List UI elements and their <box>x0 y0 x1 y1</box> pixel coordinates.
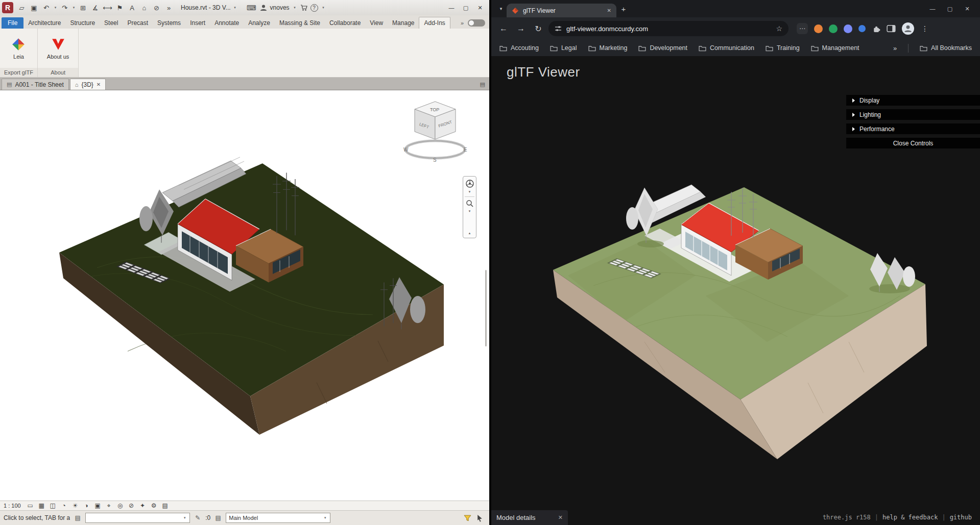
undo-dropdown-icon[interactable]: ▾ <box>53 6 58 10</box>
worksets-dialog-icon[interactable]: ▤ <box>74 514 82 521</box>
new-tab-button[interactable]: + <box>616 5 631 13</box>
bookmark-folder-communication[interactable]: Communication <box>699 44 754 52</box>
aligned-dimension-icon[interactable]: ⟷ <box>102 3 113 13</box>
address-bar[interactable]: gltf-viewer.donmccurdy.com ☆ <box>548 21 788 36</box>
close-view-icon[interactable]: ✕ <box>97 82 101 87</box>
design-options-icon[interactable]: ▤ <box>214 514 222 521</box>
maximize-button[interactable]: ▢ <box>941 1 959 16</box>
view-list-icon[interactable]: ▤ <box>480 81 489 90</box>
active-workset-select[interactable]: ▾ <box>85 513 190 523</box>
minimize-button[interactable]: — <box>444 2 459 14</box>
tab-massing-site[interactable]: Massing & Site <box>275 17 325 29</box>
side-panel-icon[interactable] <box>887 24 896 33</box>
qat-overflow-icon[interactable]: » <box>163 3 174 13</box>
tab-file[interactable]: File <box>2 17 23 29</box>
reload-icon[interactable]: ↻ <box>531 21 545 36</box>
tab-collaborate[interactable]: Collaborate <box>325 17 365 29</box>
undo-icon[interactable]: ↶ <box>41 3 52 13</box>
save-icon[interactable]: ▣ <box>29 3 39 13</box>
tab-manage[interactable]: Manage <box>388 17 419 29</box>
revit-logo-icon[interactable]: R <box>2 2 13 13</box>
bookmark-folder-management[interactable]: Management <box>811 44 859 52</box>
tag-icon[interactable]: ⚑ <box>114 3 125 13</box>
default-3d-view-icon[interactable]: ⌂ <box>139 3 150 13</box>
redo-icon[interactable]: ↷ <box>59 3 70 13</box>
model-details-bar[interactable]: Model details ✕ <box>491 510 568 525</box>
navbar-collapse-icon[interactable]: ▴ <box>469 231 471 235</box>
visual-style-icon[interactable]: ▦ <box>38 502 45 509</box>
title-dropdown-icon[interactable]: ▾ <box>233 6 237 10</box>
store-cart-icon[interactable] <box>300 4 307 11</box>
zoom-dropdown-icon[interactable]: ▾ <box>469 209 471 213</box>
lock-view-icon[interactable]: ⌖ <box>105 502 113 509</box>
pinned-extension-4-icon[interactable] <box>858 25 866 32</box>
model-details-close-icon[interactable]: ✕ <box>558 514 563 521</box>
chrome-menu-icon[interactable]: ⋮ <box>920 24 929 33</box>
user-dropdown-icon[interactable]: ▾ <box>293 6 297 10</box>
tab-close-icon[interactable]: ✕ <box>607 8 611 13</box>
pinned-extension-2-icon[interactable] <box>829 24 838 33</box>
revit-viewport[interactable]: W S E TOP LEFT FRONT ▾ ▾ ▴ <box>0 90 489 501</box>
open-icon[interactable]: ▱ <box>16 3 27 13</box>
filter-icon[interactable] <box>464 514 471 522</box>
print-icon[interactable]: ⊞ <box>78 3 88 13</box>
constraints-icon[interactable]: ⚙ <box>150 502 158 509</box>
help-feedback-link[interactable]: help & feedback <box>882 514 938 521</box>
forward-icon[interactable]: → <box>514 21 528 36</box>
close-button[interactable]: ✕ <box>959 1 976 16</box>
temporary-properties-icon[interactable]: ✦ <box>139 502 147 509</box>
viewcube[interactable]: W S E TOP LEFT FRONT <box>393 92 481 176</box>
pinned-extension-3-icon[interactable] <box>844 24 852 33</box>
bookmark-folder-marketing[interactable]: Marketing <box>588 44 628 52</box>
measure-icon[interactable]: ∡ <box>90 3 101 13</box>
signed-in-user[interactable]: vnoves <box>270 4 290 11</box>
tab-annotate[interactable]: Annotate <box>210 17 244 29</box>
viewport-scrollbar[interactable] <box>485 270 487 346</box>
editable-only-icon[interactable]: ✎ <box>194 514 202 521</box>
view-scale[interactable]: 1 : 100 <box>4 503 21 509</box>
minimize-button[interactable]: — <box>924 1 941 16</box>
tab-steel[interactable]: Steel <box>100 17 123 29</box>
close-controls-button[interactable]: Close Controls <box>846 138 980 148</box>
maximize-button[interactable]: ▢ <box>459 2 473 14</box>
reveal-hidden-icon[interactable]: ⊘ <box>128 502 135 509</box>
close-button[interactable]: ✕ <box>473 2 487 14</box>
back-icon[interactable]: ← <box>496 21 511 36</box>
tab-view[interactable]: View <box>365 17 388 29</box>
steering-wheel-icon[interactable] <box>465 179 474 188</box>
doc-tab-3d[interactable]: ⌂ {3D} ✕ <box>70 79 106 90</box>
doc-tab-title-sheet[interactable]: ▤ A001 - Title Sheet <box>2 79 69 90</box>
tab-structure[interactable]: Structure <box>65 17 100 29</box>
section-icon[interactable]: ⊘ <box>151 3 162 13</box>
detail-level-icon[interactable]: ▭ <box>27 502 34 509</box>
github-link[interactable]: github <box>950 514 972 521</box>
tab-search-icon[interactable]: ▾ <box>495 6 507 11</box>
bookmark-folder-legal[interactable]: Legal <box>550 44 577 52</box>
browser-tab[interactable]: glTF Viewer ✕ <box>507 4 616 17</box>
help-dropdown-icon[interactable]: ▾ <box>321 6 326 10</box>
pinned-extension-1-icon[interactable] <box>814 24 823 33</box>
compass-east[interactable]: E <box>464 147 467 153</box>
photographic-exposure-icon[interactable]: ☀ <box>71 502 79 509</box>
worksharing-icon[interactable]: ▤ <box>161 502 169 509</box>
sun-path-icon[interactable]: ◫ <box>49 502 57 509</box>
about-us-button[interactable]: About us <box>45 36 71 61</box>
design-option-select[interactable]: Main Model ▾ <box>226 513 330 523</box>
ribbon-display-toggle[interactable] <box>468 19 485 27</box>
crop-view-icon[interactable]: ◑ <box>83 502 90 509</box>
profile-avatar[interactable] <box>902 22 914 35</box>
leia-button[interactable]: Leia <box>9 36 28 61</box>
site-settings-icon[interactable] <box>555 25 562 32</box>
tab-architecture[interactable]: Architecture <box>23 17 65 29</box>
show-crop-icon[interactable]: ▣ <box>94 502 102 509</box>
gui-folder-performance[interactable]: Performance <box>846 123 980 134</box>
bookmark-folder-accouting[interactable]: Accouting <box>499 44 539 52</box>
text-icon[interactable]: A <box>127 3 137 13</box>
gui-folder-lighting[interactable]: Lighting <box>846 109 980 120</box>
shadows-icon[interactable]: ◔ <box>60 502 68 509</box>
gui-folder-display[interactable]: Display <box>846 95 980 106</box>
panel-label-export[interactable]: Export glTF <box>0 68 37 77</box>
tab-insert[interactable]: Insert <box>185 17 210 29</box>
tab-systems[interactable]: Systems <box>153 17 185 29</box>
extensions-puzzle-icon[interactable] <box>872 24 880 33</box>
